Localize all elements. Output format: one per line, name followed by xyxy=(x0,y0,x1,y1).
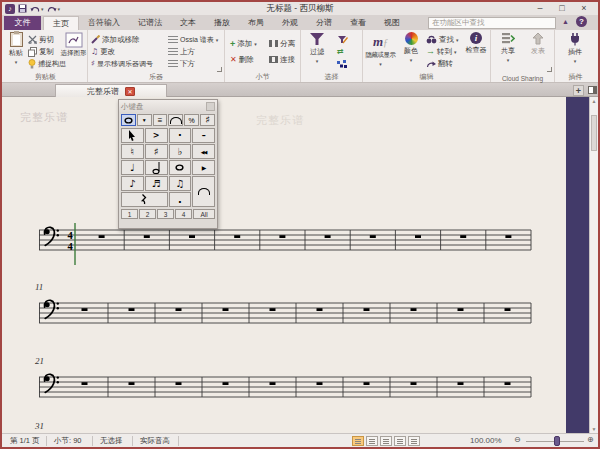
voice-button-4[interactable]: 4 xyxy=(175,209,192,219)
keypad-close-icon[interactable] xyxy=(206,102,215,111)
eighth-note-button[interactable]: ♪ xyxy=(121,176,144,191)
whole-note-button[interactable] xyxy=(169,160,192,175)
inspector-button[interactable]: i 检查器 xyxy=(463,32,489,55)
voice-button-3[interactable]: 3 xyxy=(157,209,174,219)
accent-button[interactable]: > xyxy=(145,128,168,143)
collapse-ribbon-icon[interactable]: ▲ xyxy=(562,18,569,25)
scroll-down-icon[interactable]: ▼ xyxy=(590,426,598,432)
color-button[interactable]: 颜色 ▾ xyxy=(399,32,423,63)
half-note-button[interactable] xyxy=(145,160,168,175)
scrollbar-thumb[interactable] xyxy=(591,115,597,151)
share-button[interactable]: 共享 ▾ xyxy=(495,32,521,63)
close-button[interactable]: × xyxy=(574,2,594,15)
ribbon-search-input[interactable] xyxy=(428,17,556,29)
staff-system[interactable]: 44 xyxy=(39,222,533,268)
dialog-launcher-icon[interactable] xyxy=(547,67,552,72)
add-bar-button[interactable]: + 添加 ▾ xyxy=(230,38,257,49)
change-instrument-button[interactable]: ♫ 更改 xyxy=(91,46,115,57)
prev-keypad-button[interactable]: ◀◀ xyxy=(192,144,215,159)
quarter-note-button[interactable]: ♩ xyxy=(121,160,144,175)
keypad-title-bar[interactable]: 小键盘 xyxy=(119,100,217,113)
natural-button[interactable]: ♮ xyxy=(121,144,144,159)
publish-button[interactable]: 发表 xyxy=(525,32,551,56)
voice-button-1[interactable]: 1 xyxy=(121,209,138,219)
normal-view-icon[interactable] xyxy=(352,436,364,446)
dot-button[interactable]: . xyxy=(169,192,192,207)
keypad-tab-articulations[interactable] xyxy=(168,114,183,126)
page-view-icon[interactable] xyxy=(366,436,378,446)
split-bar-button[interactable]: 分离 xyxy=(269,38,295,49)
focus-view-icon[interactable] xyxy=(394,436,406,446)
minimize-button[interactable]: – xyxy=(530,2,550,15)
filter-button[interactable]: 过滤 ▾ xyxy=(304,32,330,64)
document-tab-full-score[interactable]: 完整乐谱 ✕ xyxy=(55,84,167,97)
select-graphic-button[interactable]: 选择图形 xyxy=(60,32,87,58)
ribbon-tab-5[interactable]: 布局 xyxy=(239,16,273,30)
new-tab-button[interactable]: + xyxy=(573,85,584,96)
staff-system[interactable] xyxy=(39,369,533,415)
goto-button[interactable]: → 转到 ▾ xyxy=(426,46,457,57)
whole-rest xyxy=(270,308,276,311)
delete-bar-button[interactable]: ✕ 删除 xyxy=(230,54,254,65)
vertical-scrollbar[interactable]: ▲ ▼ xyxy=(589,97,598,433)
next-keypad-button[interactable]: ▶ xyxy=(192,160,215,175)
keypad-tab-jazz-articulations[interactable]: % xyxy=(184,114,199,126)
pointer-button[interactable] xyxy=(121,128,144,143)
spread-view-icon[interactable] xyxy=(380,436,392,446)
reselect-button[interactable]: ⇄ xyxy=(337,46,344,57)
scroll-up-icon[interactable]: ▲ xyxy=(590,98,598,104)
panorama-view-icon[interactable] xyxy=(408,436,420,446)
cut-button[interactable]: 剪切 xyxy=(28,34,54,45)
time-signature-top: 4 xyxy=(67,230,73,241)
ribbon-tab-8[interactable]: 查看 xyxy=(341,16,375,30)
bar-number: 31 xyxy=(35,421,44,431)
ribbon-tab-3[interactable]: 文本 xyxy=(171,16,205,30)
flip-button[interactable]: 翻转 xyxy=(426,58,453,69)
ribbon-tab-7[interactable]: 分谱 xyxy=(307,16,341,30)
tab-close-icon[interactable]: ✕ xyxy=(125,87,135,96)
tenuto-button[interactable]: – xyxy=(192,128,215,143)
capture-idea-button[interactable]: 捕捉构思 xyxy=(28,58,66,69)
hide-show-button[interactable]: mƒ 隐藏或显示 ▾ xyxy=(365,32,396,67)
zoom-slider-thumb[interactable] xyxy=(554,436,560,446)
show-transposing-button[interactable]: ♯ 显示移调乐器调号 xyxy=(91,58,153,69)
paste-button[interactable]: 粘贴 ▾ xyxy=(6,32,26,65)
keypad-panel[interactable]: 小键盘 ▼≡%♯ >·–♮♯♭◀◀♩▶♪♬♫. 1234All xyxy=(118,99,218,229)
voice-button-2[interactable]: 2 xyxy=(139,209,156,219)
staff-system[interactable] xyxy=(39,295,533,341)
staff-above-button[interactable]: 上方 xyxy=(168,46,195,57)
zoom-out-icon[interactable]: ⊖ xyxy=(514,435,521,444)
maximize-button[interactable]: □ xyxy=(552,2,572,15)
file-tab[interactable]: 文件 xyxy=(4,16,41,30)
plugins-button[interactable]: 插件 ▾ xyxy=(562,32,588,64)
zoom-in-icon[interactable]: ⊕ xyxy=(587,435,594,444)
staccato-button[interactable]: · xyxy=(169,128,192,143)
staff-below-button[interactable]: 下方 xyxy=(168,58,195,69)
help-button[interactable]: ? xyxy=(576,16,587,27)
keypad-tab-more-notes[interactable]: ▼ xyxy=(137,114,152,126)
tie-button[interactable] xyxy=(192,176,215,207)
ribbon-tab-0[interactable]: 主页 xyxy=(43,16,79,30)
ribbon-tab-2[interactable]: 记谱法 xyxy=(129,16,171,30)
find-button[interactable]: 查找 ▾ xyxy=(426,34,459,45)
keypad-tab-beams-tremolos[interactable]: ≡ xyxy=(153,114,168,126)
ribbon-tab-9[interactable]: 视图 xyxy=(375,16,409,30)
add-remove-instruments-button[interactable]: 添加或移除 xyxy=(91,34,140,45)
sixteenth-note-button[interactable]: ♬ xyxy=(145,176,168,191)
join-bar-button[interactable]: 连接 xyxy=(269,54,295,65)
edit-filter-button[interactable] xyxy=(337,34,348,45)
copy-button[interactable]: 复制 xyxy=(28,46,54,57)
ribbon-tab-1[interactable]: 音符输入 xyxy=(79,16,129,30)
select-markers-button[interactable] xyxy=(337,58,347,69)
keypad-tab-common-notes[interactable] xyxy=(121,114,136,126)
voice-button-all[interactable]: All xyxy=(193,209,215,219)
tab-panel-toggle-icon[interactable] xyxy=(588,86,597,94)
flat-button[interactable]: ♭ xyxy=(169,144,192,159)
ribbon-tab-6[interactable]: 外观 xyxy=(273,16,307,30)
sharp-button[interactable]: ♯ xyxy=(145,144,168,159)
keypad-tab-accidentals[interactable]: ♯ xyxy=(200,114,215,126)
ossia-staff-button[interactable]: Ossia 谱表 ▾ xyxy=(168,34,218,45)
rest-button[interactable] xyxy=(121,192,168,207)
thirty-second-note-button[interactable]: ♫ xyxy=(169,176,192,191)
ribbon-tab-4[interactable]: 播放 xyxy=(205,16,239,30)
